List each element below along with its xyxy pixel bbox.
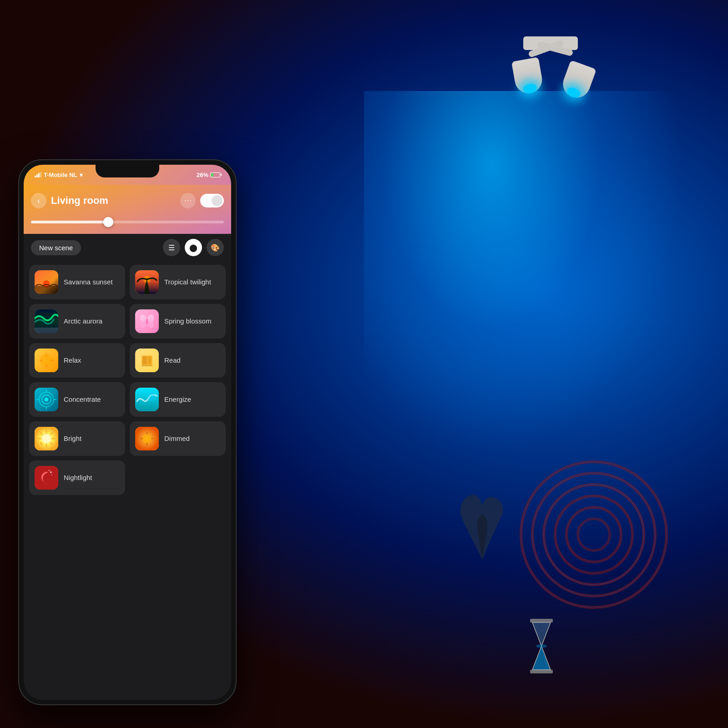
scene-label-spring-blossom: Spring blossom <box>164 317 211 325</box>
scene-label-concentrate: Concentrate <box>64 395 101 404</box>
svg-point-2 <box>544 485 644 585</box>
battery-percent-label: 26% <box>197 172 208 178</box>
scene-icon-read <box>135 349 159 372</box>
spotlight-left-glow <box>522 83 537 94</box>
plant-decoration <box>455 478 510 569</box>
toggle-thumb <box>212 195 222 206</box>
svg-rect-10 <box>530 670 553 673</box>
scenes-toolbar: New scene ☰ ⬤ 🎨 <box>24 234 231 261</box>
back-button[interactable]: ‹ <box>31 193 46 208</box>
scenes-container: Savanna sunsetTropical twilightArctic au… <box>24 261 231 700</box>
phone: T-Mobile NL ▾ 09:23 26% ‹ Living room <box>18 159 237 705</box>
spiral-decoration <box>514 455 673 614</box>
slider-thumb[interactable] <box>103 217 113 227</box>
svg-point-44 <box>49 470 50 471</box>
hourglass-decoration <box>528 619 555 673</box>
scene-icon-bright <box>35 427 58 450</box>
scene-card-spring-blossom[interactable]: Spring blossom <box>130 304 226 339</box>
scene-icon-dimmed <box>135 427 159 450</box>
scene-card-arctic-aurora[interactable]: Arctic aurora <box>29 304 125 339</box>
scene-label-arctic-aurora: Arctic aurora <box>64 317 102 325</box>
svg-point-26 <box>40 354 53 367</box>
spotlight-right-glow <box>566 86 581 99</box>
svg-point-45 <box>51 475 52 475</box>
light-fixture <box>500 36 601 127</box>
list-icon: ☰ <box>168 243 175 252</box>
svg-rect-9 <box>530 619 553 622</box>
palette-icon: ⬤ <box>189 243 197 252</box>
nav-row: ‹ Living room ··· <box>24 189 231 212</box>
scene-card-savanna-sunset[interactable]: Savanna sunset <box>29 265 125 299</box>
scene-card-energize[interactable]: Energize <box>130 382 226 417</box>
back-chevron-icon: ‹ <box>37 196 40 206</box>
scene-label-dimmed: Dimmed <box>164 435 190 443</box>
scene-icon-savanna-sunset <box>35 270 58 294</box>
scene-card-bright[interactable]: Bright <box>29 421 125 456</box>
carrier-label: T-Mobile NL <box>44 172 77 178</box>
scene-card-dimmed[interactable]: Dimmed <box>130 421 226 456</box>
svg-rect-14 <box>35 286 58 294</box>
phone-screen: T-Mobile NL ▾ 09:23 26% ‹ Living room <box>24 165 231 700</box>
grid-view-button[interactable]: ⬤ <box>185 239 202 256</box>
room-title: Living room <box>51 195 176 207</box>
svg-rect-42 <box>35 466 58 490</box>
svg-point-35 <box>45 398 48 401</box>
battery-fill <box>211 173 213 177</box>
scene-icon-spring-blossom <box>135 309 159 333</box>
scene-label-read: Read <box>164 356 181 364</box>
svg-rect-31 <box>142 365 152 366</box>
brightness-slider[interactable] <box>31 214 224 230</box>
svg-point-1 <box>532 473 655 596</box>
scene-icon-arctic-aurora <box>35 309 58 333</box>
scene-label-energize: Energize <box>164 395 191 404</box>
color-wheel-icon: 🎨 <box>211 243 220 252</box>
svg-point-43 <box>50 471 52 473</box>
slider-fill <box>31 221 108 223</box>
svg-point-37 <box>147 392 156 401</box>
scene-label-tropical-twilight: Tropical twilight <box>164 278 211 286</box>
scene-label-bright: Bright <box>64 435 81 443</box>
list-view-button[interactable]: ☰ <box>163 239 180 256</box>
svg-point-39 <box>42 434 51 443</box>
scene-card-nightlight[interactable]: Nightlight <box>29 460 125 495</box>
battery-icon <box>210 172 220 177</box>
svg-point-5 <box>578 519 610 551</box>
scene-card-tropical-twilight[interactable]: Tropical twilight <box>130 265 226 299</box>
phone-notch <box>96 165 159 177</box>
color-wheel-button[interactable]: 🎨 <box>207 239 224 256</box>
scene-icon-relax <box>35 349 58 372</box>
svg-rect-30 <box>147 356 152 364</box>
slider-track <box>31 221 224 223</box>
scene-card-read[interactable]: Read <box>130 343 226 378</box>
svg-point-4 <box>566 507 621 562</box>
svg-rect-18 <box>35 328 58 333</box>
room-power-toggle[interactable] <box>200 194 224 207</box>
more-options-button[interactable]: ··· <box>180 193 196 208</box>
scene-label-savanna-sunset: Savanna sunset <box>64 278 113 286</box>
wifi-icon: ▾ <box>80 172 83 178</box>
more-dots-icon: ··· <box>184 197 192 205</box>
scene-card-concentrate[interactable]: Concentrate <box>29 382 125 417</box>
scene-label-relax: Relax <box>64 356 81 364</box>
svg-rect-29 <box>142 356 147 364</box>
scene-icon-tropical-twilight <box>135 270 159 294</box>
svg-point-11 <box>536 644 547 648</box>
status-bar-right: 26% <box>197 172 220 178</box>
scene-icon-concentrate <box>35 388 58 411</box>
scenes-grid: Savanna sunsetTropical twilightArctic au… <box>29 265 226 495</box>
scene-icon-nightlight <box>35 466 58 490</box>
spotlight-right <box>559 60 597 101</box>
scene-label-nightlight: Nightlight <box>64 474 92 482</box>
scene-icon-energize <box>135 388 159 411</box>
spotlight-left <box>511 57 544 95</box>
phone-outer-frame: T-Mobile NL ▾ 09:23 26% ‹ Living room <box>18 159 237 705</box>
svg-point-41 <box>142 434 152 443</box>
status-bar-left: T-Mobile NL ▾ <box>35 172 83 178</box>
scene-card-relax[interactable]: Relax <box>29 343 125 378</box>
new-scene-button[interactable]: New scene <box>31 240 81 255</box>
signal-icon <box>35 172 41 177</box>
